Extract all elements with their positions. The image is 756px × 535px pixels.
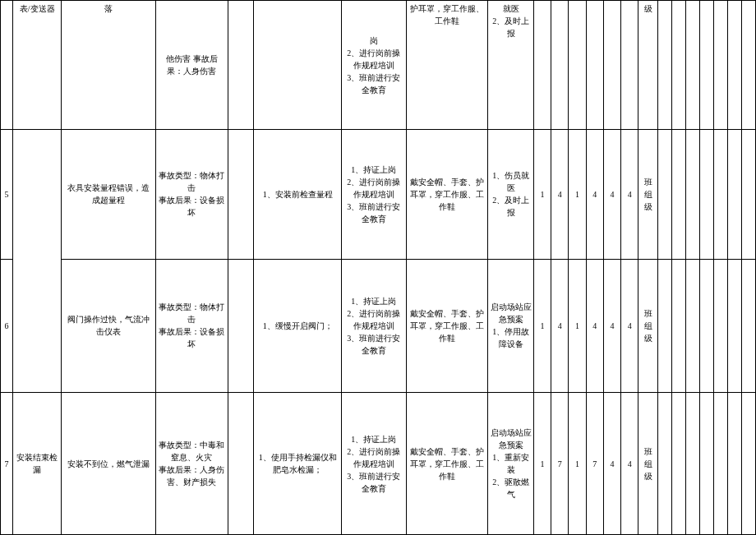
row-index: 6: [1, 259, 13, 393]
cell-blank: [699, 393, 713, 535]
cell-num: 1: [569, 259, 586, 393]
cell-blank: [569, 1, 586, 130]
cell-blank: [671, 259, 685, 393]
table-row: 5 衣具安装量程错误，造成超量程 事故类型：物体打击事故后果：设备损坏 1、安装…: [1, 130, 756, 259]
cell-blank: [228, 393, 254, 535]
cell-blank: [713, 1, 727, 130]
cell-control: 1、安装前检查量程: [254, 130, 341, 259]
cell-num: 4: [603, 130, 620, 259]
cell-desc: 衣具安装量程错误，造成超量程: [62, 130, 156, 259]
cell-blank: [657, 1, 671, 130]
cell-blank: [727, 393, 741, 535]
cell-ppe: 戴安全帽、手套、护耳罩，穿工作服、工作鞋: [406, 259, 488, 393]
cell-blank: [657, 259, 671, 393]
cell-emergency: 启动场站应急预案1、重新安装2、驱散燃气: [488, 393, 533, 535]
cell-blank: [671, 130, 685, 259]
cell-level: 班组级: [638, 393, 657, 535]
cell-train-frag: 岗2、进行岗前操作规程培训3、班前进行安全教育: [341, 1, 406, 130]
cell-num: 1: [569, 130, 586, 259]
cell-blank: [254, 1, 341, 130]
cell-blank: [621, 1, 638, 130]
cell-num: 7: [551, 393, 569, 535]
cell-num: 4: [586, 130, 603, 259]
cell-blank: [741, 393, 755, 535]
cell-ppe: 戴安全帽、手套、护耳罩，穿工作服、工作鞋: [406, 393, 488, 535]
cell-emergency: 1、伤员就医2、及时上报: [488, 130, 533, 259]
cell-blank: [228, 259, 254, 393]
table-row: 7 安装结束检漏 安装不到位，燃气泄漏 事故类型：中毒和窒息、火灾事故后果：人身…: [1, 393, 756, 535]
cell-acc-frag: 他伤害 事故后果：人身伤害: [156, 1, 228, 130]
cell-num: 4: [621, 393, 638, 535]
cell-blank: [741, 1, 755, 130]
cell-desc: 安装不到位，燃气泄漏: [62, 393, 156, 535]
cell-lvl-frag: 级: [638, 1, 657, 130]
cell-desc: 阀门操作过快，气流冲击仪表: [62, 259, 156, 393]
cell-blank: [741, 259, 755, 393]
cell-blank: [727, 130, 741, 259]
cell-task: 安装结束检漏: [12, 393, 62, 535]
row-index: 5: [1, 130, 13, 259]
cell-accident: 事故类型：物体打击事故后果：设备损坏: [156, 259, 228, 393]
cell-blank: [533, 1, 551, 130]
cell-blank: [713, 393, 727, 535]
cell-num: 7: [586, 393, 603, 535]
cell-blank: [228, 1, 254, 130]
cell-blank: [741, 130, 755, 259]
cell-blank: [727, 259, 741, 393]
risk-table: 表/变送器 落 他伤害 事故后果：人身伤害 岗2、进行岗前操作规程培训3、班前进…: [0, 0, 756, 535]
cell-blank: [713, 259, 727, 393]
cell-level: 班组级: [638, 130, 657, 259]
cell-level: 班组级: [638, 259, 657, 393]
cell-num: 1: [533, 393, 551, 535]
cell-blank: [671, 1, 685, 130]
cell-blank: [685, 130, 699, 259]
cell-ppe: 戴安全帽、手套、护耳罩，穿工作服、工作鞋: [406, 130, 488, 259]
cell-emg-frag: 就医2、及时上报: [488, 1, 533, 130]
cell-training: 1、持证上岗2、进行岗前操作规程培训3、班前进行安全教育: [341, 393, 406, 535]
table-row: 表/变送器 落 他伤害 事故后果：人身伤害 岗2、进行岗前操作规程培训3、班前进…: [1, 1, 756, 130]
cell-num: 4: [621, 259, 638, 393]
row-index: 7: [1, 393, 13, 535]
cell-emergency: 启动场站应急预案1、停用故障设备: [488, 259, 533, 393]
cell-blank: [685, 393, 699, 535]
cell-control: 1、使用手持检漏仪和肥皂水检漏；: [254, 393, 341, 535]
cell-blank: [671, 393, 685, 535]
cell-num: 4: [603, 259, 620, 393]
cell-desc-frag: 落: [62, 1, 156, 130]
cell-blank: [1, 1, 13, 130]
cell-blank: [586, 1, 603, 130]
cell-accident: 事故类型：中毒和窒息、火灾事故后果：人身伤害、财产损失: [156, 393, 228, 535]
cell-training: 1、持证上岗2、进行岗前操作规程培训3、班前进行安全教育: [341, 259, 406, 393]
cell-blank: [699, 259, 713, 393]
cell-blank: [603, 1, 620, 130]
cell-num: 4: [551, 130, 569, 259]
cell-blank: [657, 130, 671, 259]
cell-num: 4: [586, 259, 603, 393]
cell-blank: [727, 1, 741, 130]
cell-num: 1: [533, 259, 551, 393]
cell-blank: [685, 1, 699, 130]
cell-blank: [685, 259, 699, 393]
cell-ppe-frag: 护耳罩，穿工作服、工作鞋: [406, 1, 488, 130]
cell-blank: [713, 130, 727, 259]
cell-training: 1、持证上岗2、进行岗前操作规程培训3、班前进行安全教育: [341, 130, 406, 259]
cell-control: 1、缓慢开启阀门；: [254, 259, 341, 393]
cell-num: 4: [621, 130, 638, 259]
cell-blank: [657, 393, 671, 535]
cell-num: 4: [551, 259, 569, 393]
table-row: 6 阀门操作过快，气流冲击仪表 事故类型：物体打击事故后果：设备损坏 1、缓慢开…: [1, 259, 756, 393]
cell-task: [12, 130, 62, 393]
cell-num: 1: [533, 130, 551, 259]
cell-num: 4: [603, 393, 620, 535]
cell-blank: [228, 130, 254, 259]
cell-blank: [699, 130, 713, 259]
cell-accident: 事故类型：物体打击事故后果：设备损坏: [156, 130, 228, 259]
cell-blank: [699, 1, 713, 130]
cell-num: 1: [569, 393, 586, 535]
cell-task-frag: 表/变送器: [12, 1, 62, 130]
cell-blank: [551, 1, 569, 130]
